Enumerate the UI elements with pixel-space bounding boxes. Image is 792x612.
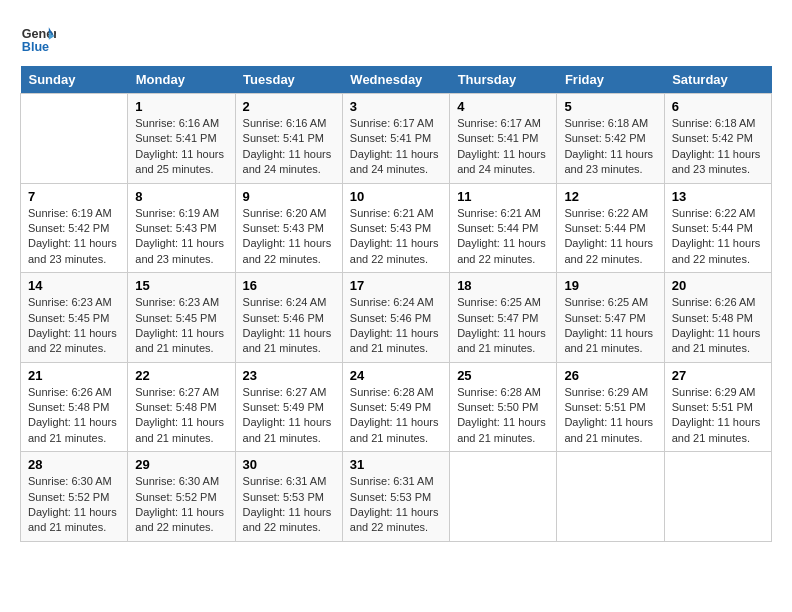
cell-info: Sunrise: 6:26 AM Sunset: 5:48 PM Dayligh… <box>28 385 120 447</box>
sunset-text: Sunset: 5:48 PM <box>28 400 120 415</box>
calendar-cell: 20 Sunrise: 6:26 AM Sunset: 5:48 PM Dayl… <box>664 273 771 363</box>
cell-info: Sunrise: 6:19 AM Sunset: 5:43 PM Dayligh… <box>135 206 227 268</box>
daylight-text: Daylight: 11 hours and 21 minutes. <box>135 326 227 357</box>
day-number: 26 <box>564 368 656 383</box>
sunrise-text: Sunrise: 6:27 AM <box>135 385 227 400</box>
sunset-text: Sunset: 5:41 PM <box>243 131 335 146</box>
daylight-text: Daylight: 11 hours and 21 minutes. <box>28 505 120 536</box>
cell-info: Sunrise: 6:24 AM Sunset: 5:46 PM Dayligh… <box>243 295 335 357</box>
sunset-text: Sunset: 5:42 PM <box>672 131 764 146</box>
header-tuesday: Tuesday <box>235 66 342 94</box>
cell-info: Sunrise: 6:24 AM Sunset: 5:46 PM Dayligh… <box>350 295 442 357</box>
calendar-cell: 23 Sunrise: 6:27 AM Sunset: 5:49 PM Dayl… <box>235 362 342 452</box>
calendar-cell: 8 Sunrise: 6:19 AM Sunset: 5:43 PM Dayli… <box>128 183 235 273</box>
calendar-cell: 9 Sunrise: 6:20 AM Sunset: 5:43 PM Dayli… <box>235 183 342 273</box>
day-number: 29 <box>135 457 227 472</box>
cell-info: Sunrise: 6:28 AM Sunset: 5:49 PM Dayligh… <box>350 385 442 447</box>
day-number: 16 <box>243 278 335 293</box>
calendar-week-2: 14 Sunrise: 6:23 AM Sunset: 5:45 PM Dayl… <box>21 273 772 363</box>
calendar-cell: 19 Sunrise: 6:25 AM Sunset: 5:47 PM Dayl… <box>557 273 664 363</box>
sunset-text: Sunset: 5:47 PM <box>457 311 549 326</box>
calendar-cell: 26 Sunrise: 6:29 AM Sunset: 5:51 PM Dayl… <box>557 362 664 452</box>
daylight-text: Daylight: 11 hours and 21 minutes. <box>672 415 764 446</box>
cell-info: Sunrise: 6:25 AM Sunset: 5:47 PM Dayligh… <box>564 295 656 357</box>
calendar-cell <box>450 452 557 542</box>
calendar-cell: 29 Sunrise: 6:30 AM Sunset: 5:52 PM Dayl… <box>128 452 235 542</box>
day-number: 30 <box>243 457 335 472</box>
daylight-text: Daylight: 11 hours and 21 minutes. <box>243 326 335 357</box>
sunrise-text: Sunrise: 6:23 AM <box>28 295 120 310</box>
sunrise-text: Sunrise: 6:20 AM <box>243 206 335 221</box>
sunrise-text: Sunrise: 6:30 AM <box>135 474 227 489</box>
cell-info: Sunrise: 6:18 AM Sunset: 5:42 PM Dayligh… <box>672 116 764 178</box>
header-friday: Friday <box>557 66 664 94</box>
calendar-cell: 31 Sunrise: 6:31 AM Sunset: 5:53 PM Dayl… <box>342 452 449 542</box>
sunrise-text: Sunrise: 6:24 AM <box>243 295 335 310</box>
calendar-cell: 3 Sunrise: 6:17 AM Sunset: 5:41 PM Dayli… <box>342 94 449 184</box>
daylight-text: Daylight: 11 hours and 21 minutes. <box>243 415 335 446</box>
calendar-cell: 27 Sunrise: 6:29 AM Sunset: 5:51 PM Dayl… <box>664 362 771 452</box>
calendar-cell <box>557 452 664 542</box>
calendar-cell <box>664 452 771 542</box>
cell-info: Sunrise: 6:16 AM Sunset: 5:41 PM Dayligh… <box>243 116 335 178</box>
daylight-text: Daylight: 11 hours and 21 minutes. <box>672 326 764 357</box>
day-number: 7 <box>28 189 120 204</box>
sunset-text: Sunset: 5:48 PM <box>135 400 227 415</box>
sunrise-text: Sunrise: 6:17 AM <box>350 116 442 131</box>
sunset-text: Sunset: 5:41 PM <box>457 131 549 146</box>
sunrise-text: Sunrise: 6:18 AM <box>672 116 764 131</box>
sunset-text: Sunset: 5:45 PM <box>28 311 120 326</box>
sunrise-text: Sunrise: 6:22 AM <box>672 206 764 221</box>
cell-info: Sunrise: 6:31 AM Sunset: 5:53 PM Dayligh… <box>243 474 335 536</box>
sunset-text: Sunset: 5:53 PM <box>350 490 442 505</box>
calendar-cell: 22 Sunrise: 6:27 AM Sunset: 5:48 PM Dayl… <box>128 362 235 452</box>
calendar-cell: 12 Sunrise: 6:22 AM Sunset: 5:44 PM Dayl… <box>557 183 664 273</box>
cell-info: Sunrise: 6:19 AM Sunset: 5:42 PM Dayligh… <box>28 206 120 268</box>
cell-info: Sunrise: 6:21 AM Sunset: 5:43 PM Dayligh… <box>350 206 442 268</box>
cell-info: Sunrise: 6:26 AM Sunset: 5:48 PM Dayligh… <box>672 295 764 357</box>
sunset-text: Sunset: 5:51 PM <box>672 400 764 415</box>
sunset-text: Sunset: 5:43 PM <box>135 221 227 236</box>
daylight-text: Daylight: 11 hours and 22 minutes. <box>350 505 442 536</box>
calendar-cell: 21 Sunrise: 6:26 AM Sunset: 5:48 PM Dayl… <box>21 362 128 452</box>
header-thursday: Thursday <box>450 66 557 94</box>
sunrise-text: Sunrise: 6:27 AM <box>243 385 335 400</box>
sunset-text: Sunset: 5:53 PM <box>243 490 335 505</box>
cell-info: Sunrise: 6:16 AM Sunset: 5:41 PM Dayligh… <box>135 116 227 178</box>
day-number: 14 <box>28 278 120 293</box>
sunrise-text: Sunrise: 6:25 AM <box>457 295 549 310</box>
sunset-text: Sunset: 5:43 PM <box>243 221 335 236</box>
day-number: 31 <box>350 457 442 472</box>
cell-info: Sunrise: 6:18 AM Sunset: 5:42 PM Dayligh… <box>564 116 656 178</box>
day-number: 19 <box>564 278 656 293</box>
day-number: 25 <box>457 368 549 383</box>
daylight-text: Daylight: 11 hours and 22 minutes. <box>243 236 335 267</box>
cell-info: Sunrise: 6:23 AM Sunset: 5:45 PM Dayligh… <box>28 295 120 357</box>
calendar-cell: 24 Sunrise: 6:28 AM Sunset: 5:49 PM Dayl… <box>342 362 449 452</box>
daylight-text: Daylight: 11 hours and 21 minutes. <box>457 415 549 446</box>
calendar-cell: 25 Sunrise: 6:28 AM Sunset: 5:50 PM Dayl… <box>450 362 557 452</box>
cell-info: Sunrise: 6:29 AM Sunset: 5:51 PM Dayligh… <box>564 385 656 447</box>
daylight-text: Daylight: 11 hours and 21 minutes. <box>564 326 656 357</box>
cell-info: Sunrise: 6:23 AM Sunset: 5:45 PM Dayligh… <box>135 295 227 357</box>
cell-info: Sunrise: 6:17 AM Sunset: 5:41 PM Dayligh… <box>457 116 549 178</box>
day-number: 24 <box>350 368 442 383</box>
day-number: 17 <box>350 278 442 293</box>
sunset-text: Sunset: 5:41 PM <box>135 131 227 146</box>
day-number: 21 <box>28 368 120 383</box>
sunrise-text: Sunrise: 6:28 AM <box>457 385 549 400</box>
daylight-text: Daylight: 11 hours and 22 minutes. <box>135 505 227 536</box>
calendar-cell: 2 Sunrise: 6:16 AM Sunset: 5:41 PM Dayli… <box>235 94 342 184</box>
cell-info: Sunrise: 6:31 AM Sunset: 5:53 PM Dayligh… <box>350 474 442 536</box>
sunset-text: Sunset: 5:52 PM <box>28 490 120 505</box>
cell-info: Sunrise: 6:30 AM Sunset: 5:52 PM Dayligh… <box>135 474 227 536</box>
header-monday: Monday <box>128 66 235 94</box>
sunrise-text: Sunrise: 6:22 AM <box>564 206 656 221</box>
daylight-text: Daylight: 11 hours and 21 minutes. <box>350 326 442 357</box>
calendar-cell: 18 Sunrise: 6:25 AM Sunset: 5:47 PM Dayl… <box>450 273 557 363</box>
calendar-cell: 5 Sunrise: 6:18 AM Sunset: 5:42 PM Dayli… <box>557 94 664 184</box>
logo: General Blue <box>20 20 62 56</box>
daylight-text: Daylight: 11 hours and 22 minutes. <box>672 236 764 267</box>
svg-text:Blue: Blue <box>22 40 49 54</box>
sunrise-text: Sunrise: 6:16 AM <box>243 116 335 131</box>
